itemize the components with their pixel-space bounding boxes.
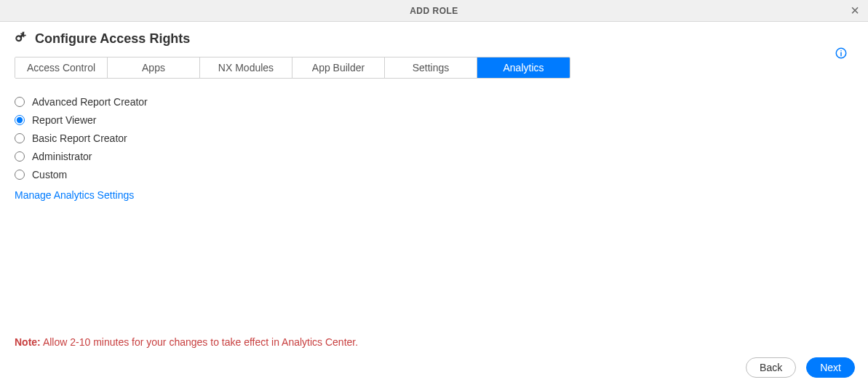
radio-basic-report-creator[interactable] [15,133,25,143]
option-label[interactable]: Basic Report Creator [32,132,127,144]
option-label[interactable]: Administrator [32,151,92,162]
manage-analytics-link[interactable]: Manage Analytics Settings [15,189,134,201]
radio-administrator[interactable] [15,151,25,162]
footer-buttons: Back Next [746,357,855,378]
close-icon[interactable]: × [851,3,859,17]
option-label[interactable]: Report Viewer [32,114,96,126]
tab-nx-modules[interactable]: NX Modules [200,57,292,78]
next-button[interactable]: Next [806,357,855,378]
note-text: Allow 2-10 minutes for your changes to t… [41,336,358,348]
section-header: Configure Access Rights [15,31,853,47]
option-basic-report-creator[interactable]: Basic Report Creator [15,132,853,144]
svg-point-2 [840,50,842,52]
dialog-header: ADD ROLE × [0,0,868,22]
note-label: Note: [15,336,41,348]
tab-access-control[interactable]: Access Control [15,57,108,78]
note: Note: Allow 2-10 minutes for your change… [15,336,358,348]
option-label[interactable]: Custom [32,169,67,180]
dialog-content: Configure Access Rights Access Control A… [0,22,868,202]
role-options: Advanced Report Creator Report Viewer Ba… [15,96,853,180]
section-title: Configure Access Rights [35,31,190,47]
dialog-title: ADD ROLE [410,6,458,16]
radio-advanced-report-creator[interactable] [15,97,25,107]
tab-app-builder[interactable]: App Builder [292,57,385,78]
key-icon [15,31,28,47]
tab-settings[interactable]: Settings [385,57,477,78]
tabs: Access Control Apps NX Modules App Build… [15,57,570,79]
option-custom[interactable]: Custom [15,169,853,180]
tab-analytics[interactable]: Analytics [477,57,570,78]
option-administrator[interactable]: Administrator [15,151,853,162]
option-report-viewer[interactable]: Report Viewer [15,114,853,126]
option-label[interactable]: Advanced Report Creator [32,96,148,108]
back-button[interactable]: Back [746,357,796,378]
tab-apps[interactable]: Apps [108,57,200,78]
radio-report-viewer[interactable] [15,115,25,125]
info-icon[interactable] [835,47,848,63]
option-advanced-report-creator[interactable]: Advanced Report Creator [15,96,853,108]
radio-custom[interactable] [15,170,25,180]
